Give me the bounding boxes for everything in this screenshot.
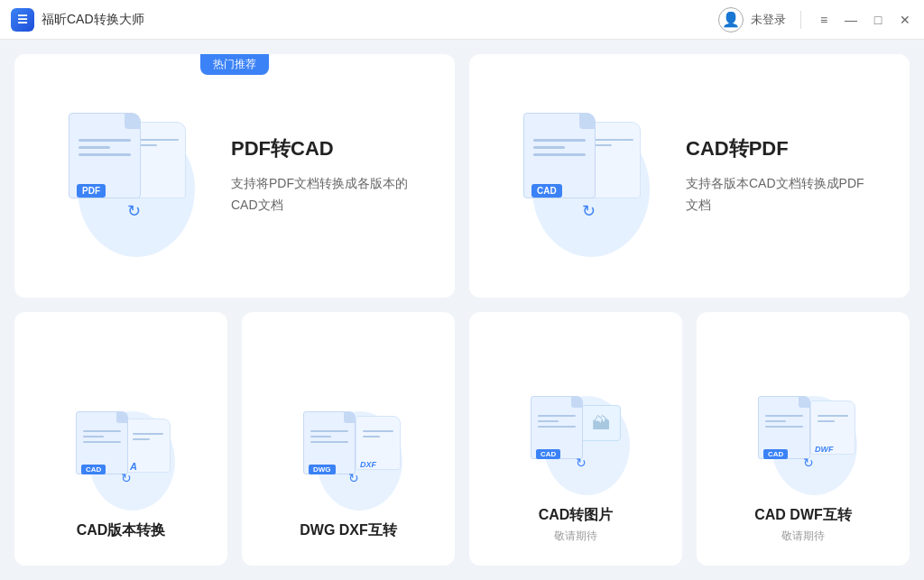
cad-dwf-icon-area: DWF CAD ↻ xyxy=(749,387,857,495)
sm-cad-badge-3: CAD xyxy=(536,449,560,459)
cad-version-title: CAD版本转换 xyxy=(77,521,166,540)
titlebar-right: 👤 未登录 ≡ — □ ✕ xyxy=(718,7,913,32)
cad-image-card[interactable]: 🏔 CAD ↻ CAD转图片 敬请期待 xyxy=(469,312,682,566)
sm-file-front-3: CAD xyxy=(531,396,583,459)
maximize-button[interactable]: □ xyxy=(870,12,886,28)
cad-to-pdf-desc: 支持各版本CAD文档转换成PDF文档 xyxy=(686,173,873,216)
sm-dwg-badge: DWG xyxy=(309,465,336,474)
hot-badge: 热门推荐 xyxy=(200,54,269,75)
user-avatar-icon: 👤 xyxy=(718,7,744,32)
pdf-to-cad-title: PDF转CAD xyxy=(231,135,419,162)
cad-badge: CAD xyxy=(531,184,562,198)
app-title: 福昕CAD转换大师 xyxy=(42,12,144,28)
sm-arrow-1: ↻ xyxy=(121,471,132,485)
cad-dwf-desc: 敬请期待 xyxy=(781,529,825,544)
user-area[interactable]: 👤 未登录 xyxy=(718,7,786,32)
pdf-to-cad-icon-area: A PDF ↻ xyxy=(51,95,195,257)
cad-to-pdf-icon-area: P CAD ↻ xyxy=(505,95,650,257)
sm-file-front-4: CAD xyxy=(758,396,810,459)
cad-version-icon-area: A CAD ↻ xyxy=(67,402,175,511)
window-controls: ≡ — □ ✕ xyxy=(816,12,913,28)
sm-arrow-2: ↻ xyxy=(348,471,359,485)
cad-dwf-card[interactable]: DWF CAD ↻ CAD DWF互转 敬请期待 xyxy=(697,312,910,566)
titlebar: ☰ 福昕CAD转换大师 👤 未登录 ≡ — □ ✕ xyxy=(0,0,924,40)
sm-file-back-1: A xyxy=(125,419,171,473)
pdf-file-icon: PDF xyxy=(69,113,141,198)
pdf-to-cad-info: PDF转CAD 支持将PDF文档转换成各版本的CAD文档 xyxy=(231,135,419,216)
close-button[interactable]: ✕ xyxy=(897,12,913,28)
pdf-badge: PDF xyxy=(77,184,106,198)
menu-button[interactable]: ≡ xyxy=(816,12,832,28)
sm-file-back-2: DXF xyxy=(356,416,401,470)
convert-arrow-icon: ↻ xyxy=(127,201,141,221)
titlebar-divider xyxy=(800,11,801,29)
cad-to-pdf-info: CAD转PDF 支持各版本CAD文档转换成PDF文档 xyxy=(686,135,873,216)
convert-arrow-icon-2: ↻ xyxy=(582,201,596,221)
dwg-dxf-title: DWG DXF互转 xyxy=(300,521,397,540)
dwg-dxf-card[interactable]: DXF DWG ↻ DWG DXF互转 xyxy=(242,312,455,566)
image-preview-icon: 🏔 xyxy=(580,405,621,441)
cad-version-card[interactable]: A CAD ↻ CAD版本转换 xyxy=(14,312,227,566)
sm-cad-badge-1: CAD xyxy=(81,465,106,474)
cad-image-icon-area: 🏔 CAD ↻ xyxy=(522,387,630,495)
person-silhouette: 🏔 xyxy=(592,413,610,434)
pdf-to-cad-card[interactable]: 热门推荐 A PD xyxy=(14,54,455,298)
cad-file-icon: CAD xyxy=(523,113,596,198)
bottom-cards-row: A CAD ↻ CAD版本转换 xyxy=(14,312,910,566)
app-logo: ☰ xyxy=(11,8,34,32)
sm-file-back-4: DWF xyxy=(810,400,855,455)
sm-file-front-1: CAD xyxy=(76,411,128,474)
top-cards-row: 热门推荐 A PD xyxy=(14,54,910,298)
cad-to-pdf-title: CAD转PDF xyxy=(686,135,873,162)
main-content: 热门推荐 A PD xyxy=(0,40,924,580)
cad-image-desc: 敬请期待 xyxy=(554,529,597,544)
user-label: 未登录 xyxy=(751,12,786,28)
sm-file-front-2: DWG xyxy=(303,411,356,474)
sm-arrow-4: ↻ xyxy=(803,456,814,470)
sm-cad-badge-4: CAD xyxy=(763,449,788,459)
sm-arrow-3: ↻ xyxy=(576,456,587,470)
pdf-to-cad-desc: 支持将PDF文档转换成各版本的CAD文档 xyxy=(231,173,419,216)
cad-dwf-title: CAD DWF互转 xyxy=(754,506,852,525)
cad-to-pdf-card[interactable]: P CAD ↻ CAD转PDF 支持各版本CAD文档转换成PDF文档 xyxy=(469,54,910,298)
dwg-dxf-icon-area: DXF DWG ↻ xyxy=(294,402,402,511)
minimize-button[interactable]: — xyxy=(843,12,859,28)
titlebar-left: ☰ 福昕CAD转换大师 xyxy=(11,8,144,32)
cad-image-title: CAD转图片 xyxy=(539,506,614,525)
